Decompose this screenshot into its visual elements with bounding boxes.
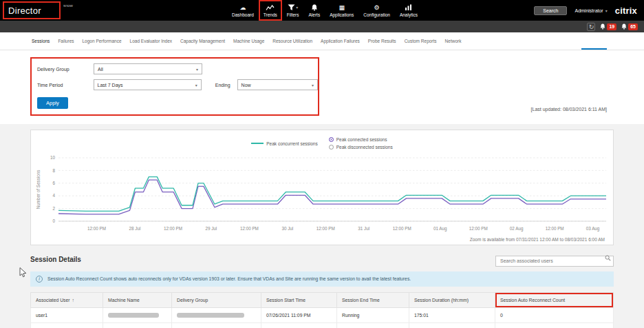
col-session-auto-reconnect-count-highlight[interactable]: Session Auto Reconnect Count — [495, 292, 614, 307]
cell-machine-name — [103, 307, 172, 322]
chevron-down-icon: ▾ — [196, 67, 198, 72]
tab-capacity-management[interactable]: Capacity Management — [180, 39, 225, 43]
radio-unselected-icon[interactable] — [329, 145, 334, 150]
cell-session-start: 07/28/2021 12:03 PM — [261, 322, 337, 328]
tab-logon-performance[interactable]: Logon Performance — [83, 39, 122, 43]
nav-item-analytics[interactable]: Analytics — [395, 0, 422, 21]
svg-text:12:00 PM: 12:00 PM — [164, 226, 182, 231]
tab-network[interactable]: Network — [445, 39, 462, 43]
nav-label: Filters — [287, 12, 299, 17]
nav-label: Configuration — [363, 12, 390, 17]
svg-text:02 Aug: 02 Aug — [510, 226, 524, 232]
time-period-value: Last 7 Days — [98, 83, 123, 88]
svg-text:12:00 PM: 12:00 PM — [240, 226, 259, 231]
legend-label: Peak connected sessions — [336, 137, 387, 142]
administrator-menu[interactable]: Administrator ▾ — [575, 8, 607, 13]
time-period-label: Time Period — [37, 83, 94, 88]
tab-resource-utilization[interactable]: Resource Utilization — [272, 39, 312, 43]
table-row[interactable]: 07/28/2021 12:03 PM Running — [31, 322, 614, 328]
svg-text:Number of Sessions: Number of Sessions — [36, 170, 41, 209]
nav-item-trends[interactable]: Trends — [259, 0, 282, 21]
bell-icon — [600, 23, 605, 30]
director-logo-highlight: Director — [3, 1, 61, 19]
cell-associated-user[interactable] — [31, 322, 103, 328]
ending-select[interactable]: Now ▾ — [237, 79, 318, 90]
search-button[interactable]: Search — [534, 6, 567, 15]
trends-tab-bar: Sessions Failures Logon Performance Load… — [0, 32, 644, 50]
table-row[interactable]: user1 07/26/2021 11:09 PM Running 175:01… — [31, 307, 614, 322]
tab-load-evaluator-index[interactable]: Load Evaluator Index — [130, 39, 172, 43]
cell-reconnect-count — [495, 322, 614, 328]
time-period-select[interactable]: Last 7 Days ▾ — [94, 79, 202, 90]
tab-machine-usage[interactable]: Machine Usage — [233, 39, 264, 43]
analytics-bars-icon — [405, 4, 412, 12]
tab-custom-reports[interactable]: Custom Reports — [405, 39, 437, 43]
col-session-duration[interactable]: Session Duration (hh:mm) — [409, 292, 495, 307]
nav-item-alerts[interactable]: Alerts — [304, 0, 325, 21]
nav-item-dashboard[interactable]: ☁ Dashboard — [227, 0, 259, 21]
topbar-right: Search Administrator ▾ citrix — [534, 6, 644, 16]
col-delivery-group[interactable]: Delivery Group — [172, 292, 261, 307]
tab-scrollbar-thumb[interactable] — [581, 48, 607, 50]
configuration-gear-icon: ⚙ — [374, 4, 380, 12]
col-machine-name[interactable]: Machine Name — [103, 292, 172, 307]
nav-item-filters[interactable]: ▾ Filters — [282, 0, 304, 21]
col-session-end-time[interactable]: Session End Time — [337, 292, 409, 307]
tab-probe-results[interactable]: Probe Results — [368, 39, 396, 43]
nav-item-applications[interactable]: ▦ Applications — [325, 0, 358, 21]
alert-badge-warning[interactable]: 65 — [621, 23, 638, 30]
svg-text:12:00 PM: 12:00 PM — [393, 226, 411, 231]
tab-failures[interactable]: Failures — [58, 39, 74, 43]
nav-item-configuration[interactable]: ⚙ Configuration — [358, 0, 395, 21]
apply-button[interactable]: Apply — [37, 97, 68, 109]
legend-label: Peak concurrent sessions — [266, 141, 317, 146]
mouse-cursor — [19, 267, 27, 278]
sessions-trend-chart-panel: Peak concurrent sessions Peak connected … — [30, 130, 614, 245]
svg-text:12:00 PM: 12:00 PM — [316, 226, 335, 231]
refresh-icon[interactable]: ↻ — [587, 23, 595, 31]
svg-text:4: 4 — [52, 193, 55, 198]
svg-text:0: 0 — [52, 218, 55, 223]
alert-badge-critical[interactable]: 19 — [600, 23, 616, 30]
top-bar: Director snow ☁ Dashboard Trends ▾ Filte… — [0, 0, 644, 21]
legend-label: Peak disconnected sessions — [336, 145, 393, 150]
delivery-group-label: Delivery Group — [37, 67, 94, 72]
tab-sessions[interactable]: Sessions — [32, 39, 50, 43]
delivery-group-select[interactable]: All ▾ — [94, 63, 202, 74]
svg-text:2: 2 — [52, 206, 55, 211]
svg-text:8: 8 — [52, 168, 55, 173]
cell-delivery-group — [172, 322, 261, 328]
nav-label: Trends — [264, 12, 277, 17]
info-banner-text: Session Auto Reconnect Count shows auto … — [47, 276, 411, 281]
info-banner: i Session Auto Reconnect Count shows aut… — [30, 271, 614, 287]
legend-peak-disconnected[interactable]: Peak disconnected sessions — [329, 145, 393, 150]
alert-count-badge: 19 — [607, 23, 616, 30]
sessions-line-chart[interactable]: 024681012:00 PM28 Jul12:00 PM29 Jul12:00… — [34, 152, 610, 239]
col-associated-user[interactable]: Associated User↑ — [31, 292, 103, 307]
svg-text:29 Jul: 29 Jul — [205, 226, 217, 231]
citrix-logo: citrix — [615, 6, 637, 16]
radio-selected-icon[interactable] — [329, 137, 334, 142]
tab-application-failures[interactable]: Application Failures — [321, 39, 360, 43]
director-logo[interactable]: Director — [8, 6, 41, 16]
applications-grid-icon: ▦ — [339, 4, 345, 12]
chevron-down-icon: ▾ — [312, 83, 314, 88]
associated-users-search-input[interactable] — [495, 256, 614, 267]
cell-reconnect-count: 0 — [495, 307, 614, 322]
redacted-value — [177, 313, 244, 318]
cell-associated-user[interactable]: user1 — [31, 307, 103, 322]
search-icon[interactable] — [605, 255, 611, 261]
legend-radio-group: Peak connected sessions Peak disconnecte… — [329, 137, 393, 150]
svg-text:03 Aug: 03 Aug — [586, 226, 600, 232]
cell-machine-name — [103, 322, 172, 328]
sort-ascending-icon[interactable]: ↑ — [72, 298, 75, 303]
alert-count-badge: 65 — [628, 23, 638, 30]
cell-session-start: 07/26/2021 11:09 PM — [261, 307, 337, 322]
legend-peak-concurrent: Peak concurrent sessions — [251, 141, 317, 146]
chevron-down-icon: ▾ — [195, 83, 197, 88]
legend-peak-connected[interactable]: Peak connected sessions — [329, 137, 393, 142]
svg-text:28 Jul: 28 Jul — [129, 226, 141, 231]
nav-label: Dashboard — [232, 12, 254, 17]
citrix-director-app: Director snow ☁ Dashboard Trends ▾ Filte… — [0, 0, 644, 328]
col-session-start-time[interactable]: Session Start Time — [261, 292, 337, 307]
